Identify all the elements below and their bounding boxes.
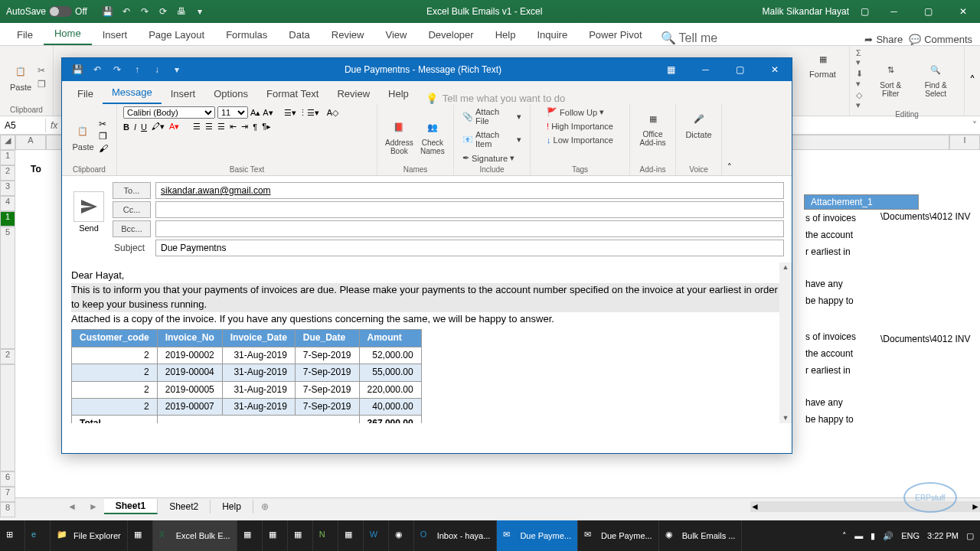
comments-button[interactable]: 💬 Comments bbox=[909, 34, 972, 45]
volume-icon[interactable]: 🔊 bbox=[883, 531, 893, 541]
ol-tab-options[interactable]: Options bbox=[204, 83, 257, 104]
bcc-button[interactable]: Bcc... bbox=[113, 220, 151, 237]
maximize-button[interactable]: ▢ bbox=[911, 0, 946, 23]
save-icon[interactable]: 💾 bbox=[70, 62, 85, 77]
align-right-icon[interactable]: ☰ bbox=[217, 122, 225, 132]
fill-icon[interactable]: ⬇ ▾ bbox=[856, 69, 867, 89]
tab-data[interactable]: Data bbox=[278, 24, 320, 45]
tab-formulas[interactable]: Formulas bbox=[215, 24, 278, 45]
tab-page-layout[interactable]: Page Layout bbox=[138, 24, 215, 45]
ol-tab-format-text[interactable]: Format Text bbox=[257, 83, 328, 104]
ol-tab-file[interactable]: File bbox=[68, 83, 103, 104]
row-8[interactable]: 8 bbox=[0, 502, 15, 517]
attachment-header[interactable]: ▾ Attachement_1 bbox=[804, 194, 919, 210]
subject-input[interactable] bbox=[155, 240, 784, 256]
tab-inquire[interactable]: Inquire bbox=[526, 24, 578, 45]
tab-help[interactable]: Help bbox=[485, 24, 527, 45]
formula-expand[interactable]: ˅ bbox=[969, 120, 980, 131]
row-6[interactable]: 6 bbox=[0, 471, 15, 487]
highlight-icon[interactable]: 🖍▾ bbox=[152, 122, 165, 132]
close-button[interactable]: ✕ bbox=[946, 0, 980, 23]
font-color-icon[interactable]: A▾ bbox=[169, 122, 179, 132]
redo-icon[interactable]: ↷ bbox=[138, 5, 152, 18]
to-button[interactable]: To... bbox=[113, 182, 151, 199]
ltr-icon[interactable]: ¶▸ bbox=[262, 122, 271, 132]
align-center-icon[interactable]: ☰ bbox=[205, 122, 213, 132]
dictate-button[interactable]: 🎤 Dictate bbox=[684, 106, 713, 141]
task-icon-7[interactable]: W bbox=[364, 520, 389, 551]
row-4[interactable]: 4 bbox=[0, 196, 15, 211]
font-select[interactable]: Calibri (Body) bbox=[123, 106, 215, 119]
sheet-nav-next[interactable]: ► bbox=[83, 501, 104, 512]
add-sheet-icon[interactable]: ⊕ bbox=[253, 501, 276, 512]
col-i[interactable]: I bbox=[949, 135, 980, 150]
paragraph-icon[interactable]: ¶ bbox=[253, 122, 257, 132]
high-importance-button[interactable]: !High Importance bbox=[544, 121, 616, 132]
font-size-select[interactable]: 11 bbox=[217, 106, 248, 119]
address-book-button[interactable]: 📕 Address Book bbox=[384, 115, 415, 157]
sync-icon[interactable]: ⟳ bbox=[156, 5, 170, 18]
check-names-button[interactable]: 👥 Check Names bbox=[418, 115, 447, 157]
format-button[interactable]: ▦ Format bbox=[806, 48, 839, 80]
format-painter-icon[interactable]: 🖌 bbox=[99, 143, 108, 154]
bcc-input[interactable] bbox=[155, 220, 784, 237]
ribbon-display-icon[interactable]: ▢ bbox=[861, 6, 869, 17]
grow-font-icon[interactable]: A▴ bbox=[250, 108, 260, 118]
inbox-task[interactable]: OInbox - haya... bbox=[414, 520, 498, 551]
cut-icon[interactable]: ✂ bbox=[38, 65, 46, 76]
row-sub2[interactable]: 2 bbox=[0, 349, 15, 364]
email-body[interactable]: Dear Hayat, This is to inform you that y… bbox=[62, 262, 792, 423]
chrome-task[interactable]: ◉ bbox=[389, 520, 414, 551]
scroll-down-icon[interactable]: ▼ bbox=[779, 413, 792, 423]
indent-left-icon[interactable]: ⇤ bbox=[230, 122, 237, 132]
task-icon-6[interactable]: ▦ bbox=[338, 520, 364, 551]
undo-icon[interactable]: ↶ bbox=[119, 5, 133, 18]
scroll-up-icon[interactable]: ▲ bbox=[779, 262, 792, 272]
signature-button[interactable]: ✒Signature▾ bbox=[460, 152, 517, 164]
tab-review[interactable]: Review bbox=[321, 24, 375, 45]
underline-icon[interactable]: U bbox=[141, 122, 147, 132]
cc-button[interactable]: Cc... bbox=[113, 201, 151, 218]
tab-file[interactable]: File bbox=[6, 24, 44, 45]
bullets-icon[interactable]: ☰▾ bbox=[284, 108, 296, 118]
task-icon-2[interactable]: ▦ bbox=[237, 520, 263, 551]
row-5[interactable]: 5 bbox=[0, 227, 15, 349]
tell-me-search[interactable]: 🔍 Tell me bbox=[661, 31, 718, 45]
sheet-tab-1[interactable]: Sheet1 bbox=[104, 499, 158, 514]
minimize-button[interactable]: ─ bbox=[688, 58, 723, 81]
low-importance-button[interactable]: ↓Low Importance bbox=[544, 135, 616, 145]
tab-insert[interactable]: Insert bbox=[92, 24, 139, 45]
undo-icon[interactable]: ↶ bbox=[90, 62, 105, 77]
autosum-icon[interactable]: Σ ▾ bbox=[856, 48, 867, 67]
row-2[interactable]: 2 bbox=[0, 165, 15, 181]
battery-icon[interactable]: ▬ bbox=[854, 531, 863, 540]
toggle-switch[interactable] bbox=[49, 6, 72, 17]
due-payme-task-2[interactable]: ✉Due Payme... bbox=[578, 520, 659, 551]
clear-format-icon[interactable]: A◇ bbox=[327, 108, 338, 118]
print-icon[interactable]: 🖶 bbox=[175, 5, 188, 18]
down-icon[interactable]: ↓ bbox=[149, 62, 165, 77]
bulk-emails-task[interactable]: ◉Bulk Emails ... bbox=[659, 520, 743, 551]
body-scrollbar[interactable]: ▲ ▼ bbox=[779, 262, 792, 423]
maximize-button[interactable]: ▢ bbox=[723, 58, 757, 81]
tab-view[interactable]: View bbox=[374, 24, 417, 45]
row-7[interactable]: 7 bbox=[0, 487, 15, 502]
row-3[interactable]: 3 bbox=[0, 181, 15, 196]
clear-icon[interactable]: ◇ ▾ bbox=[856, 90, 867, 110]
ol-tab-help[interactable]: Help bbox=[379, 83, 418, 104]
start-button[interactable]: ⊞ bbox=[0, 520, 25, 551]
notifications-icon[interactable]: ▢ bbox=[966, 531, 974, 541]
name-box[interactable]: A5 bbox=[0, 119, 46, 132]
task-icon-5[interactable]: N bbox=[313, 520, 338, 551]
ribbon-options-button[interactable]: ▦ bbox=[654, 58, 688, 81]
ie-button[interactable]: e bbox=[25, 520, 51, 551]
clock[interactable]: 3:22 PM bbox=[927, 531, 959, 540]
collapse-ribbon[interactable]: ˄ bbox=[722, 104, 737, 175]
sheet-nav-prev[interactable]: ◄ bbox=[61, 501, 83, 512]
wifi-icon[interactable]: ▮ bbox=[871, 531, 875, 541]
task-icon-1[interactable]: ▦ bbox=[128, 520, 153, 551]
due-payme-task-1[interactable]: ✉Due Payme... bbox=[497, 520, 578, 551]
send-button[interactable] bbox=[74, 191, 104, 222]
more-icon[interactable]: ▾ bbox=[193, 5, 207, 18]
attach-file-button[interactable]: 📎Attach File▾ bbox=[460, 106, 524, 126]
